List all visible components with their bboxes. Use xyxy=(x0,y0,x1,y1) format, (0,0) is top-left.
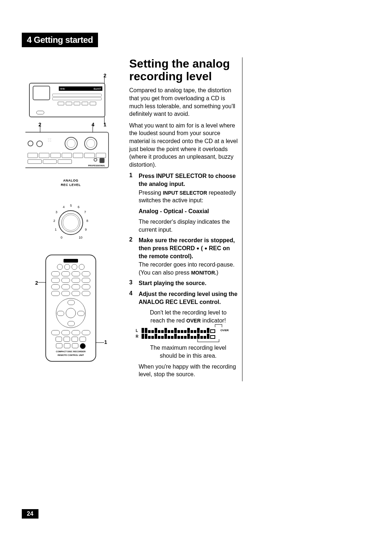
leader-line xyxy=(104,76,105,84)
top-controls-icon xyxy=(52,94,102,106)
step-3: 3 Start playing the source. xyxy=(129,279,238,287)
dial-tick: 8 xyxy=(86,219,88,223)
intro-paragraph: What you want to aim for is a level wher… xyxy=(129,122,238,169)
dial-scale: 0 1 2 3 4 5 6 7 8 9 10 xyxy=(53,205,88,240)
page-title: Setting the analog recording level xyxy=(129,57,238,83)
content-columns: HHb BurnIT 2 1 xyxy=(22,57,370,381)
dial-tick: 4 xyxy=(63,205,65,209)
closing-text: When you're happy with the recording lev… xyxy=(139,363,238,378)
remote-dpad-icon xyxy=(56,298,86,328)
bracket-line xyxy=(215,324,222,327)
remote-footer-1: COMPACT DISC RECORDER xyxy=(50,350,92,353)
button-ref: MONITOR. xyxy=(191,270,216,276)
callout-label: 2 xyxy=(35,280,38,286)
leader-line xyxy=(104,117,105,125)
leader-line xyxy=(38,282,46,283)
warning-text: Don't let the recording level to reach t… xyxy=(139,309,238,324)
diagram-analog-rec-level-dial: ANALOG REC LEVEL 0 1 2 3 4 5 6 7 8 xyxy=(22,179,120,240)
page-number: 24 xyxy=(22,509,38,519)
power-led-icon xyxy=(94,158,97,162)
bracket-line xyxy=(197,339,219,342)
dial-label-1: ANALOG xyxy=(22,179,120,183)
diagram-cd-recorder-front-top: HHb BurnIT 2 1 xyxy=(22,83,120,117)
transport-row2-icon xyxy=(28,159,72,164)
dial-tick: 7 xyxy=(84,210,86,214)
meter-note: The maximum recording level should be in… xyxy=(139,344,238,360)
callout-label: 4 xyxy=(91,122,94,127)
record-dot-icon: ● xyxy=(204,245,207,251)
dial-tick: 10 xyxy=(79,236,82,239)
leader-line xyxy=(95,342,104,343)
meter-channel-l: L xyxy=(136,329,138,333)
step-heading: Adjust the recording level using the ANA… xyxy=(139,291,237,305)
dial-tick: 2 xyxy=(53,219,55,223)
step-number: 4 xyxy=(129,290,134,306)
manual-page: 4 Getting started HHb BurnIT xyxy=(0,0,392,403)
meter-over-label: OVER xyxy=(220,329,229,332)
step-2: 2 Make sure the recorder is stopped, the… xyxy=(129,236,238,276)
remote-control-icon: COMPACT DISC RECORDER REMOTE CONTROL UNI… xyxy=(45,255,96,362)
transport-row-icon xyxy=(28,153,106,158)
meter-row-l xyxy=(142,328,229,333)
empty-column xyxy=(242,57,370,381)
dial-tick: 6 xyxy=(78,205,79,209)
remote-logo-icon xyxy=(64,259,78,263)
step-text: The recorder's display indicates the cur… xyxy=(139,218,238,234)
leader-line xyxy=(93,125,93,133)
professional-label: PROFESSIONAL xyxy=(88,165,105,167)
diagram-remote-control: COMPACT DISC RECORDER REMOTE CONTROL UNI… xyxy=(22,255,120,362)
dial-label-2: REC LEVEL xyxy=(22,183,120,187)
indicator-ref: OVER xyxy=(186,318,201,324)
meter-channel-r: R xyxy=(136,334,138,338)
brand-strip: HHb BurnIT xyxy=(59,86,102,91)
dial-tick: 5 xyxy=(70,204,72,207)
step-1: 1 Press INPUT SELECTOR to choose the ana… xyxy=(129,172,238,204)
cd-unit-top: HHb BurnIT 2 1 xyxy=(29,83,105,117)
eject-button-icon xyxy=(36,111,44,114)
section-header: 4 Getting started xyxy=(22,33,98,47)
step-number: 3 xyxy=(129,279,134,287)
headphone-jack-icon xyxy=(28,141,33,146)
step-heading: Make sure the recorder is stopped, then … xyxy=(139,237,235,259)
brand-left: HHb xyxy=(60,88,65,90)
remote-footer-2: REMOTE CONTROL UNIT xyxy=(50,354,92,357)
dial-tick: 0 xyxy=(61,236,62,239)
dial-tick: 1 xyxy=(55,228,57,231)
input-cycle: Analog - Optical - Coaxial xyxy=(139,207,238,215)
diagram-column: HHb BurnIT 2 1 xyxy=(22,57,127,381)
small-controls-icon: ○ ○○ ○ xyxy=(48,138,51,142)
meter-row-r xyxy=(142,334,229,339)
step-4: 4 Adjust the recording level using the A… xyxy=(129,290,238,306)
step-heading: Start playing the source. xyxy=(139,280,207,286)
dial-icon: 0 1 2 3 4 5 6 7 8 9 10 xyxy=(53,205,88,240)
step-text: Pressing INPUT SELECTOR repeatedly switc… xyxy=(139,189,238,204)
brand-right: BurnIT xyxy=(94,88,101,90)
jog-dial-icon xyxy=(65,137,78,150)
button-ref: INPUT SELECTOR xyxy=(163,190,207,196)
text-column: Setting the analog recording level Compa… xyxy=(127,57,242,381)
level-knob-icon xyxy=(36,141,43,147)
level-meter-diagram: L R OVER xyxy=(139,328,229,341)
step-text: The recorder goes into record-pause. (Yo… xyxy=(139,261,238,276)
intro-paragraph: Compared to analog tape, the distortion … xyxy=(129,86,238,118)
rec-level-knob-icon xyxy=(84,137,97,150)
leader-line xyxy=(40,125,40,133)
step-heading: Press INPUT SELECTOR to choose the analo… xyxy=(139,173,236,187)
record-dot-icon: ● xyxy=(196,245,199,251)
dial-tick: 9 xyxy=(85,228,87,231)
ir-sensor-icon xyxy=(99,158,105,163)
step-number: 2 xyxy=(129,236,134,276)
diagram-cd-recorder-front-bottom: 2 4 ○ ○○ ○ P xyxy=(22,132,120,168)
cd-unit-bottom: 2 4 ○ ○○ ○ P xyxy=(25,132,109,168)
step-number: 1 xyxy=(129,172,134,204)
callout-label: 1 xyxy=(104,339,107,345)
dial-tick: 3 xyxy=(56,210,57,214)
disc-tray-icon xyxy=(33,86,50,100)
